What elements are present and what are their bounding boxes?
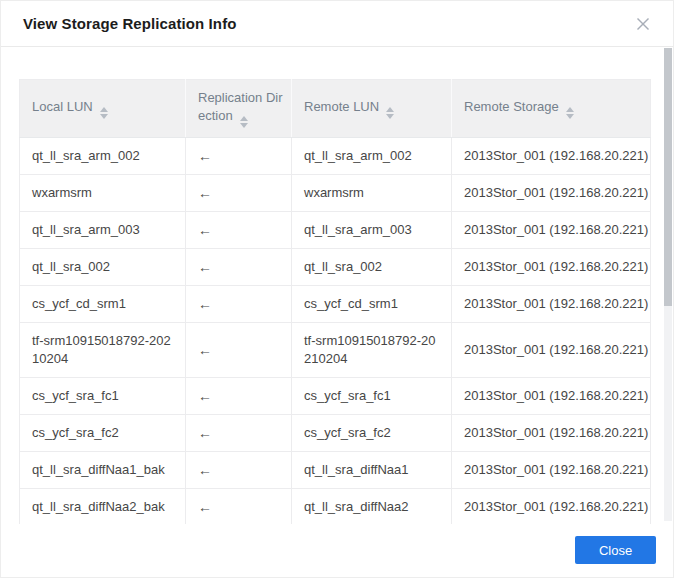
replication-direction-cell: ←: [186, 212, 292, 249]
column-label: Local LUN: [32, 99, 93, 114]
column-header-replication-direction[interactable]: Replication Direction: [186, 80, 292, 138]
remote-lun-cell: qt_ll_sra_arm_002: [292, 138, 452, 175]
column-header-remote-storage[interactable]: Remote Storage: [452, 80, 651, 138]
local-lun-cell: qt_ll_sra_arm_002: [20, 138, 186, 175]
replication-direction-cell: ←: [186, 138, 292, 175]
column-header-local-lun[interactable]: Local LUN: [20, 80, 186, 138]
remote-storage-cell: 2013Stor_001 (192.168.20.221): [452, 138, 651, 175]
remote-storage-cell: 2013Stor_001 (192.168.20.221): [452, 323, 651, 378]
remote-storage-cell: 2013Stor_001 (192.168.20.221): [452, 249, 651, 286]
remote-lun-cell: cs_ycf_cd_srm1: [292, 286, 452, 323]
table-body: qt_ll_sra_arm_002 ← qt_ll_sra_arm_002 20…: [20, 138, 651, 525]
table-row: cs_ycf_cd_srm1 ← cs_ycf_cd_srm1 2013Stor…: [20, 286, 651, 323]
replication-direction-cell: ←: [186, 249, 292, 286]
sort-icon[interactable]: [566, 107, 574, 119]
remote-lun-cell: qt_ll_sra_arm_003: [292, 212, 452, 249]
table-row: qt_ll_sra_arm_002 ← qt_ll_sra_arm_002 20…: [20, 138, 651, 175]
close-button[interactable]: Close: [575, 536, 656, 564]
local-lun-cell: qt_ll_sra_diffNaa1_bak: [20, 452, 186, 489]
remote-storage-cell: 2013Stor_001 (192.168.20.221): [452, 452, 651, 489]
sort-icon[interactable]: [100, 107, 108, 119]
replication-table: Local LUN Replication Direction Remote L…: [19, 79, 651, 524]
local-lun-cell: cs_ycf_sra_fc1: [20, 378, 186, 415]
remote-lun-cell: tf-srm10915018792-20210204: [292, 323, 452, 378]
dialog-titlebar: View Storage Replication Info: [1, 1, 673, 47]
view-storage-replication-dialog: { "dialog": { "title": "View Storage Rep…: [0, 0, 674, 578]
remote-storage-cell: 2013Stor_001 (192.168.20.221): [452, 212, 651, 249]
remote-storage-cell: 2013Stor_001 (192.168.20.221): [452, 489, 651, 525]
remote-storage-cell: 2013Stor_001 (192.168.20.221): [452, 378, 651, 415]
table-row: qt_ll_sra_diffNaa2_bak ← qt_ll_sra_diffN…: [20, 489, 651, 525]
remote-lun-cell: wxarmsrm: [292, 175, 452, 212]
remote-lun-cell: qt_ll_sra_002: [292, 249, 452, 286]
remote-lun-cell: qt_ll_sra_diffNaa1: [292, 452, 452, 489]
dialog-body: Local LUN Replication Direction Remote L…: [1, 48, 663, 524]
table-row: tf-srm10915018792-20210204 ← tf-srm10915…: [20, 323, 651, 378]
column-label: Remote Storage: [464, 99, 559, 114]
dialog-title: View Storage Replication Info: [23, 15, 237, 32]
table-row: cs_ycf_sra_fc1 ← cs_ycf_sra_fc1 2013Stor…: [20, 378, 651, 415]
table-row: cs_ycf_sra_fc2 ← cs_ycf_sra_fc2 2013Stor…: [20, 415, 651, 452]
remote-storage-cell: 2013Stor_001 (192.168.20.221): [452, 286, 651, 323]
vertical-scrollbar-track[interactable]: [664, 48, 672, 521]
table-row: qt_ll_sra_arm_003 ← qt_ll_sra_arm_003 20…: [20, 212, 651, 249]
local-lun-cell: qt_ll_sra_arm_003: [20, 212, 186, 249]
local-lun-cell: cs_ycf_cd_srm1: [20, 286, 186, 323]
remote-lun-cell: cs_ycf_sra_fc1: [292, 378, 452, 415]
local-lun-cell: qt_ll_sra_002: [20, 249, 186, 286]
close-icon[interactable]: [634, 15, 652, 33]
local-lun-cell: cs_ycf_sra_fc2: [20, 415, 186, 452]
replication-direction-cell: ←: [186, 323, 292, 378]
vertical-scrollbar-thumb[interactable]: [664, 48, 672, 306]
local-lun-cell: qt_ll_sra_diffNaa2_bak: [20, 489, 186, 525]
sort-icon[interactable]: [386, 107, 394, 119]
column-label: Remote LUN: [304, 99, 379, 114]
column-header-remote-lun[interactable]: Remote LUN: [292, 80, 452, 138]
remote-lun-cell: qt_ll_sra_diffNaa2: [292, 489, 452, 525]
table-row: qt_ll_sra_diffNaa1_bak ← qt_ll_sra_diffN…: [20, 452, 651, 489]
replication-direction-cell: ←: [186, 452, 292, 489]
replication-direction-cell: ←: [186, 378, 292, 415]
table-header-row: Local LUN Replication Direction Remote L…: [20, 80, 651, 138]
local-lun-cell: wxarmsrm: [20, 175, 186, 212]
remote-lun-cell: cs_ycf_sra_fc2: [292, 415, 452, 452]
replication-direction-cell: ←: [186, 489, 292, 525]
table-row: qt_ll_sra_002 ← qt_ll_sra_002 2013Stor_0…: [20, 249, 651, 286]
remote-storage-cell: 2013Stor_001 (192.168.20.221): [452, 175, 651, 212]
replication-direction-cell: ←: [186, 415, 292, 452]
table-row: wxarmsrm ← wxarmsrm 2013Stor_001 (192.16…: [20, 175, 651, 212]
local-lun-cell: tf-srm10915018792-20210204: [20, 323, 186, 378]
replication-direction-cell: ←: [186, 175, 292, 212]
sort-icon[interactable]: [240, 116, 248, 128]
replication-direction-cell: ←: [186, 286, 292, 323]
remote-storage-cell: 2013Stor_001 (192.168.20.221): [452, 415, 651, 452]
